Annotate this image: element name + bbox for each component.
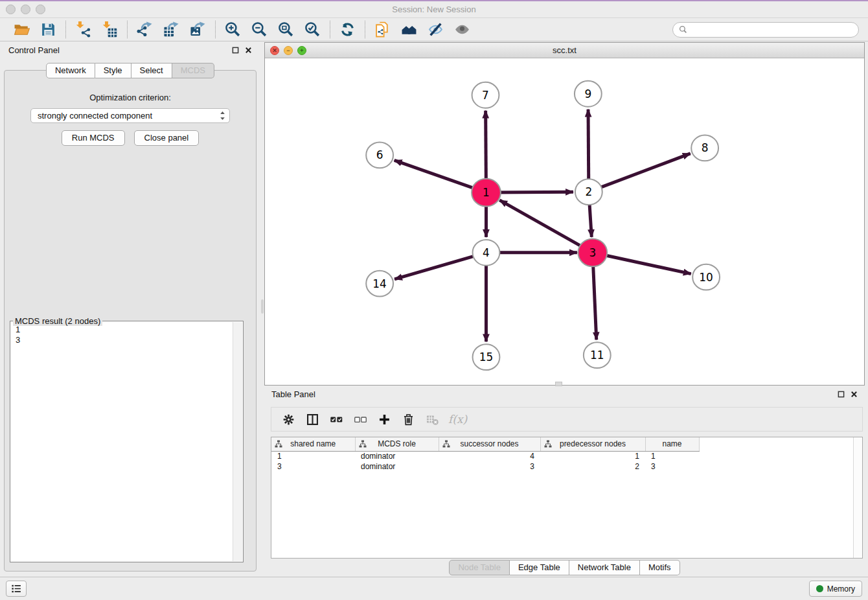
close-panel-button[interactable]: Close panel <box>134 130 200 146</box>
trash-icon <box>402 413 415 426</box>
graph-node-1[interactable]: 1 <box>472 179 501 207</box>
network-minimize-button[interactable]: − <box>284 46 293 55</box>
graph-edge-4-14[interactable] <box>394 253 486 279</box>
task-history-button[interactable] <box>6 581 27 597</box>
eye-slash-icon <box>428 21 444 38</box>
table-cell[interactable]: 1 <box>540 451 645 461</box>
import-network-button[interactable] <box>71 20 95 40</box>
first-neighbors-button[interactable] <box>397 20 421 40</box>
table-tab-motifs[interactable]: Motifs <box>640 560 680 575</box>
tab-style[interactable]: Style <box>95 63 131 78</box>
refresh-icon <box>339 21 356 38</box>
clone-network-button[interactable] <box>371 20 394 40</box>
fit-content-button[interactable] <box>274 20 298 40</box>
zoom-out-button[interactable] <box>247 20 271 40</box>
table-tab-node-table[interactable]: Node Table <box>449 560 510 575</box>
toolbar-separator <box>215 21 216 38</box>
control-panel-header: Control Panel <box>0 41 260 58</box>
network-maximize-button[interactable]: + <box>297 46 306 55</box>
close-panel-icon[interactable] <box>245 47 252 54</box>
tab-network[interactable]: Network <box>46 63 95 78</box>
unchecked-boxes-icon <box>354 413 367 426</box>
svg-text:6: 6 <box>376 148 383 161</box>
show-columns-button[interactable] <box>301 410 323 429</box>
optimization-criterion-select[interactable]: strongly connected component <box>30 108 230 123</box>
table-scrollbar[interactable] <box>853 437 862 558</box>
network-close-button[interactable]: ✕ <box>270 46 279 55</box>
graph-node-15[interactable]: 15 <box>473 344 500 370</box>
graph-node-9[interactable]: 9 <box>575 81 602 107</box>
graph-edge-3-1[interactable] <box>499 200 593 253</box>
toolbar-separator <box>127 21 128 38</box>
graph-node-8[interactable]: 8 <box>691 135 718 161</box>
column-header-predecessor-nodes[interactable]: predecessor nodes <box>540 437 645 451</box>
mcds-result-item: 3 <box>16 335 238 345</box>
select-all-columns-button[interactable] <box>325 410 347 429</box>
graph-node-2[interactable]: 2 <box>575 179 602 205</box>
search-input[interactable] <box>691 25 852 35</box>
export-image-icon <box>190 21 206 38</box>
open-session-button[interactable] <box>10 20 34 40</box>
column-header-shared-name[interactable]: shared name <box>271 437 355 451</box>
table-settings-button[interactable] <box>277 410 299 429</box>
table-cell[interactable]: 1 <box>645 451 699 461</box>
save-icon <box>40 21 56 38</box>
column-header-name[interactable]: name <box>645 437 699 451</box>
houses-icon <box>401 21 417 38</box>
table-cell[interactable]: 3 <box>645 461 699 472</box>
export-table-icon <box>163 21 179 38</box>
import-table-button[interactable] <box>98 20 122 40</box>
show-all-button[interactable] <box>450 20 474 40</box>
table-cell[interactable]: 2 <box>540 461 645 472</box>
table-cell[interactable]: 4 <box>439 451 540 461</box>
save-session-button[interactable] <box>36 20 60 40</box>
float-panel-icon[interactable] <box>838 391 845 398</box>
table-tab-edge-table[interactable]: Edge Table <box>510 560 569 575</box>
app-title: Session: New Session <box>0 5 868 14</box>
graph-node-3[interactable]: 3 <box>578 238 607 266</box>
result-scrollbar[interactable] <box>233 322 242 561</box>
table-cell[interactable]: dominator <box>355 451 439 461</box>
control-panel-title: Control Panel <box>8 45 60 55</box>
add-column-button[interactable] <box>373 410 395 429</box>
graph-node-11[interactable]: 11 <box>584 342 611 368</box>
memory-button[interactable]: Memory <box>809 581 862 597</box>
node-table: shared nameMCDS rolesuccessor nodesprede… <box>271 437 863 559</box>
graph-node-4[interactable]: 4 <box>473 240 500 266</box>
graph-node-6[interactable]: 6 <box>366 142 393 168</box>
export-table-button[interactable] <box>159 20 183 40</box>
svg-text:14: 14 <box>372 277 387 290</box>
divider-grip[interactable] <box>261 299 264 314</box>
export-image-button[interactable] <box>186 20 210 40</box>
search-field[interactable] <box>672 22 859 38</box>
zoom-selected-icon <box>304 21 321 38</box>
column-header-successor-nodes[interactable]: successor nodes <box>439 437 540 451</box>
mcds-panel: Optimization criterion: strongly connect… <box>4 70 257 571</box>
zoom-selected-button[interactable] <box>301 20 325 40</box>
close-panel-icon[interactable] <box>851 391 858 398</box>
refresh-button[interactable] <box>336 20 360 40</box>
table-tab-network-table[interactable]: Network Table <box>569 560 640 575</box>
table-cell[interactable]: dominator <box>355 461 439 472</box>
float-panel-icon[interactable] <box>232 47 239 54</box>
export-network-button[interactable] <box>133 20 157 40</box>
graph-node-14[interactable]: 14 <box>366 271 393 297</box>
delete-column-button[interactable] <box>397 410 419 429</box>
deselect-all-columns-button[interactable] <box>349 410 371 429</box>
tab-select[interactable]: Select <box>131 63 172 78</box>
attribute-icon <box>275 440 282 448</box>
graph-node-7[interactable]: 7 <box>472 82 499 108</box>
table-cell[interactable]: 3 <box>271 461 355 472</box>
hide-selected-button[interactable] <box>424 20 448 40</box>
tab-mcds[interactable]: MCDS <box>172 63 214 78</box>
svg-text:7: 7 <box>482 89 489 102</box>
table-cell[interactable]: 1 <box>271 451 355 461</box>
graph-edge-2-8[interactable] <box>589 154 691 192</box>
run-mcds-button[interactable]: Run MCDS <box>62 130 125 146</box>
zoom-in-button[interactable] <box>221 20 245 40</box>
column-header-mcds-role[interactable]: MCDS role <box>355 437 439 451</box>
network-canvas[interactable]: 1234678910111415 <box>266 58 863 383</box>
table-cell[interactable]: 3 <box>439 461 540 472</box>
graph-node-10[interactable]: 10 <box>692 264 720 290</box>
network-window: ✕ − + scc.txt 1234678910111415 <box>264 42 865 386</box>
